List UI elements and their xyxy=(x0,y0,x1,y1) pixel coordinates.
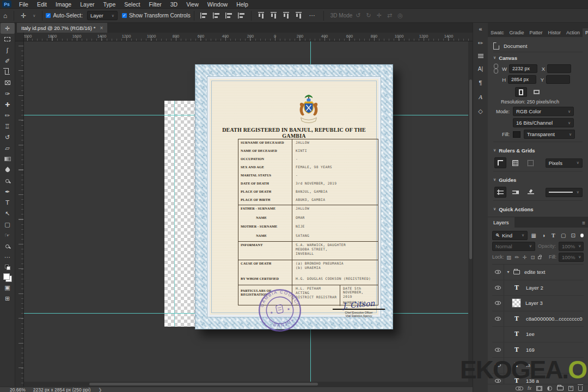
layer-row[interactable]: ▼ T 1ee xyxy=(492,327,584,342)
group-expand-chevron[interactable]: ▼ xyxy=(506,270,510,274)
panel-tab[interactable]: Patter xyxy=(527,28,546,37)
lock-artboard-icon[interactable]: ⊡ xyxy=(530,254,536,260)
lock-pixels-icon[interactable]: ✏ xyxy=(514,254,520,260)
chevron-down-icon[interactable]: ∨ xyxy=(493,148,496,152)
adjustments-icon[interactable] xyxy=(478,53,483,58)
delete-layer-icon[interactable] xyxy=(578,386,583,391)
crop-tool[interactable] xyxy=(1,66,15,77)
align-bottom-icon[interactable] xyxy=(283,12,289,19)
move-tool[interactable]: ✛ xyxy=(1,23,15,34)
panel-tab[interactable]: Histor xyxy=(546,28,564,37)
layer-name[interactable]: 169 xyxy=(526,347,535,353)
chevron-down-icon[interactable]: ∨ xyxy=(493,177,496,182)
panel-tab[interactable]: Action xyxy=(564,28,583,37)
align-top-icon[interactable] xyxy=(258,12,264,19)
align-justify-icon[interactable] xyxy=(238,13,245,19)
height-field[interactable]: 2854 px xyxy=(508,75,536,84)
layer-name[interactable]: edite text xyxy=(524,269,546,275)
chevron-down-icon[interactable]: ∨ xyxy=(29,14,39,18)
rectangular-marquee-tool[interactable] xyxy=(1,34,15,45)
horizontal-ruler[interactable]: 2000180016001400120010008006004002000200… xyxy=(15,33,473,41)
brush-settings-icon[interactable]: ✏ xyxy=(478,39,483,47)
lock-all-icon[interactable] xyxy=(538,256,541,259)
hand-tool[interactable]: ☞ xyxy=(1,230,15,241)
menu-item[interactable]: View xyxy=(182,1,203,8)
align-center-horizontal-icon[interactable] xyxy=(213,13,220,19)
quick-mask-button[interactable]: ▣ xyxy=(1,282,15,293)
link-dimensions-icon[interactable] xyxy=(493,64,498,74)
layer-name[interactable]: Layer 2 xyxy=(526,285,543,291)
fill-color-swatch[interactable] xyxy=(513,131,520,138)
type-tool[interactable]: T xyxy=(1,197,15,208)
panel-tab[interactable]: Properties xyxy=(583,28,588,37)
paragraph-panel-icon[interactable]: ¶ xyxy=(479,79,482,87)
filter-pixel-layers-icon[interactable]: ▦ xyxy=(530,231,537,240)
edit-guides-button[interactable] xyxy=(525,187,537,198)
distribute-icon[interactable] xyxy=(296,12,302,19)
new-layer-icon[interactable] xyxy=(568,386,573,391)
lock-position-icon[interactable]: ✛ xyxy=(522,254,528,260)
photoshop-logo-icon[interactable]: Ps xyxy=(2,1,11,8)
visibility-toggle[interactable] xyxy=(492,280,504,296)
menu-item[interactable]: Help xyxy=(232,1,253,8)
lock-guides-button[interactable] xyxy=(510,187,522,198)
panel-tab[interactable]: Gradie xyxy=(507,28,527,37)
death-certificate-layer[interactable]: DEATH REGISTERED IN BANJUL, REPUBLIC OF … xyxy=(195,64,393,329)
eraser-tool[interactable]: ▱ xyxy=(1,143,15,154)
lasso-tool[interactable]: ʃ xyxy=(1,45,15,56)
character-panel-icon[interactable]: A| xyxy=(478,65,483,72)
filter-smart-objects-icon[interactable]: ⊡ xyxy=(569,231,577,240)
more-options-icon[interactable]: ⋯ xyxy=(305,12,320,19)
show-transform-checkbox[interactable]: ✓ xyxy=(122,13,127,18)
chevron-down-icon[interactable]: ∨ xyxy=(493,56,496,60)
blur-tool[interactable] xyxy=(1,164,15,175)
close-tab-icon[interactable]: × xyxy=(100,25,103,31)
layer-name[interactable]: c8a0000000...cccccccc0 d xyxy=(526,316,584,322)
new-group-icon[interactable] xyxy=(557,386,564,390)
portrait-orientation-button[interactable] xyxy=(515,87,527,97)
layer-row[interactable]: ▼ T Layer 3 xyxy=(492,296,584,311)
layer-row[interactable]: ▼ T c8a0000000...cccccccc0 d xyxy=(492,311,584,327)
toggle-rulers-button[interactable] xyxy=(494,157,506,168)
filter-toggle-pin[interactable] xyxy=(580,234,584,237)
shape-tool[interactable]: ▢ xyxy=(1,219,15,230)
layer-row[interactable]: ▼ T Layer 2 xyxy=(492,280,584,296)
width-field[interactable]: 2232 px xyxy=(509,64,537,73)
gradient-tool[interactable] xyxy=(1,154,15,164)
layers-tab[interactable]: Layers xyxy=(488,217,514,228)
ruler-units-dropdown[interactable]: Pixels∨ xyxy=(546,158,583,168)
glyphs-panel-icon[interactable]: A xyxy=(479,93,482,101)
vertical-guide[interactable] xyxy=(174,101,175,327)
history-brush-tool[interactable]: ↺ xyxy=(1,132,15,143)
frame-tool[interactable] xyxy=(1,77,15,88)
pen-tool[interactable]: ✒ xyxy=(1,186,15,197)
landscape-orientation-button[interactable] xyxy=(530,87,542,97)
bit-depth-dropdown[interactable]: 16 Bits/Channel∨ xyxy=(513,118,574,127)
menu-item[interactable]: Edit xyxy=(33,1,51,8)
add-mask-icon[interactable] xyxy=(536,386,542,391)
dodge-tool[interactable] xyxy=(1,175,15,186)
healing-brush-tool[interactable]: ✚ xyxy=(1,99,15,110)
brush-tool[interactable]: ✏ xyxy=(1,110,15,121)
menu-item[interactable]: Type xyxy=(99,1,120,8)
vertical-ruler[interactable] xyxy=(15,41,24,387)
chevron-down-icon[interactable]: ∨ xyxy=(493,207,496,211)
libraries-panel-icon[interactable]: ◇ xyxy=(478,107,482,115)
layers-menu-icon[interactable]: ≡ xyxy=(579,218,588,228)
align-left-icon[interactable] xyxy=(200,13,207,19)
more-tools[interactable]: ⋯ xyxy=(1,252,15,262)
visibility-toggle[interactable] xyxy=(492,265,504,280)
toggle-grid-button[interactable] xyxy=(510,157,522,168)
visibility-toggle[interactable] xyxy=(492,296,504,311)
panel-tab[interactable]: Swatc xyxy=(488,28,507,37)
layer-row[interactable]: ▼ T edite text xyxy=(492,265,584,280)
lock-transparency-icon[interactable]: ▨ xyxy=(506,254,512,260)
adjustment-layer-icon[interactable] xyxy=(547,386,552,391)
clone-stamp-tool[interactable]: ♖ xyxy=(1,121,15,132)
zoom-level[interactable]: 20.66% xyxy=(10,387,26,392)
blend-mode-dropdown[interactable]: Normal∨ xyxy=(492,242,535,251)
align-right-icon[interactable] xyxy=(225,13,232,19)
menu-item[interactable]: Select xyxy=(120,1,144,8)
opacity-field[interactable]: 100%∨ xyxy=(559,242,584,251)
menu-item[interactable]: Layer xyxy=(76,1,99,8)
